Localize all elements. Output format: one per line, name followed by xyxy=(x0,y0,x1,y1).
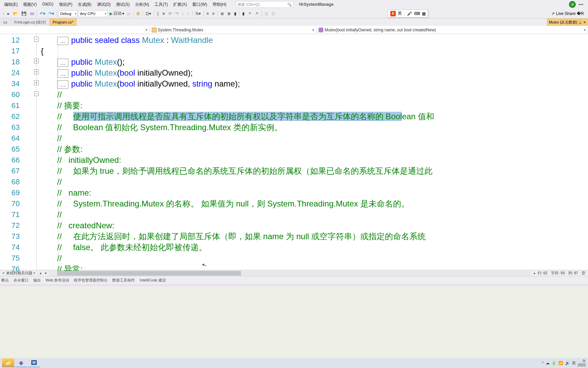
save-btn[interactable]: 💾 xyxy=(20,11,28,17)
code-editor[interactable]: 1217182434606162636465666768697071727374… xyxy=(0,34,588,270)
code-line[interactable]: // xyxy=(57,89,434,100)
menu-item[interactable]: 编辑(E) xyxy=(1,0,20,9)
redo-btn[interactable]: ↷▾ xyxy=(47,11,55,17)
step-btn[interactable]: ▷ xyxy=(126,11,132,17)
code-content[interactable]: ...public sealed class Mutex : WaitHandl… xyxy=(31,34,434,270)
metadata-tag[interactable]: Mutex [从元数据] 🔒 ✕ xyxy=(547,18,588,26)
code-line[interactable]: // name: xyxy=(57,187,434,198)
fold-toggle[interactable]: − xyxy=(34,91,39,96)
restart-icon[interactable]: ⟳ xyxy=(167,11,173,17)
step-out-icon[interactable]: ↑ xyxy=(186,11,191,17)
step-into-icon[interactable]: ↓ xyxy=(181,11,185,17)
menu-item[interactable]: 帮助(H) xyxy=(210,0,229,9)
tray-volume-icon[interactable]: 🔊 xyxy=(565,361,570,365)
code-line[interactable]: // 参数: xyxy=(57,144,434,155)
minimize-icon[interactable] xyxy=(578,4,583,5)
search-box[interactable]: 搜索 (Ctrl+Q) 🔍 xyxy=(236,1,294,8)
menu-item[interactable]: 项目(P) xyxy=(56,0,75,9)
code-line[interactable]: // xyxy=(57,253,434,264)
tray-lang[interactable]: 英 xyxy=(572,361,576,366)
menu-item[interactable]: 扩展(X) xyxy=(170,0,190,9)
new-btn[interactable]: ▸ xyxy=(6,11,11,17)
code-line[interactable]: // xyxy=(57,177,434,187)
visual-studio-app[interactable]: ◈ xyxy=(15,358,27,367)
indent-icon[interactable]: ≡ xyxy=(205,11,210,17)
saveall-btn[interactable]: 🗃 xyxy=(29,11,35,17)
code-line[interactable]: // 摘要: xyxy=(57,100,434,111)
code-line[interactable]: // initiallyOwned: xyxy=(57,155,434,166)
tb-icon-2[interactable]: ⊡▾ xyxy=(144,11,152,17)
ime-toolbar[interactable]: S 英 , 🎤 ⌨ ▦ xyxy=(388,10,428,17)
menu-item[interactable]: Git(G) xyxy=(39,0,56,9)
code-line[interactable]: ...public Mutex(bool initiallyOwned); xyxy=(57,67,434,78)
word-app[interactable]: W xyxy=(28,358,40,367)
config-dropdown[interactable]: Debug xyxy=(59,10,78,17)
code-line[interactable]: // Boolean 值初始化 System.Threading.Mutex 类… xyxy=(57,122,434,133)
menu-item[interactable]: 工具(T) xyxy=(152,0,170,9)
code-line[interactable]: // 使用可指示调用线程是否应具有互斥体的初始所有权以及字符串是否为互斥体的名称… xyxy=(57,111,434,122)
tb-icon-3[interactable]: ⅞▾ xyxy=(194,11,202,17)
live-share-button[interactable]: ↗ Live Share �R xyxy=(551,11,587,16)
code-line[interactable]: // xyxy=(57,209,434,220)
tb-icon-4[interactable]: ⚑ xyxy=(247,11,253,17)
back-btn[interactable]: ◦ xyxy=(1,11,5,17)
tool-tab[interactable]: 命令窗口 xyxy=(14,278,29,283)
fold-toggle[interactable]: + xyxy=(34,70,39,74)
uncomment-icon[interactable]: ≣ xyxy=(226,11,232,17)
file-explorer-app[interactable]: 📁 xyxy=(2,358,14,367)
comment-icon[interactable]: ≣ xyxy=(219,11,225,17)
pause-icon[interactable]: ∥ xyxy=(156,11,160,17)
stop-icon[interactable]: ■ xyxy=(161,11,166,17)
code-line[interactable]: { xyxy=(57,46,434,57)
start-button[interactable]: ▶启动 ▾ xyxy=(108,10,126,17)
step-over-icon[interactable]: ↷ xyxy=(174,11,180,17)
menu-item[interactable]: 视图(V) xyxy=(20,0,39,9)
code-line[interactable]: // xyxy=(57,133,434,144)
code-line[interactable]: // false。 此参数未经初始化即被传递。 xyxy=(57,242,434,253)
code-line[interactable]: // 在此方法返回时，如果创建了局部互斥体（即，如果 name 为 null 或… xyxy=(57,231,434,242)
outdent-icon[interactable]: ≡ xyxy=(211,11,216,17)
code-line[interactable]: ...public Mutex(); xyxy=(57,57,434,67)
menu-item[interactable]: 调试(D) xyxy=(94,0,114,9)
tb-icon-7[interactable]: ⊡ xyxy=(270,11,276,17)
fold-toggle[interactable]: + xyxy=(34,80,39,85)
nav-class[interactable]: System.Threading.Mutex xyxy=(150,27,316,33)
menu-item[interactable]: 分析(N) xyxy=(132,0,152,9)
fold-stub[interactable]: ... xyxy=(57,37,68,45)
tray-wifi-icon[interactable]: 📶 xyxy=(558,361,563,365)
tool-tab[interactable]: 程序包管理器控制台 xyxy=(74,278,108,283)
nav-scope[interactable] xyxy=(0,27,150,32)
fold-stub[interactable]: ... xyxy=(57,70,68,78)
menu-item[interactable]: 测试(S) xyxy=(113,0,132,9)
menu-item[interactable]: 窗口(W) xyxy=(190,0,210,9)
tb-icon-6[interactable]: ⊡ xyxy=(263,11,270,17)
platform-dropdown[interactable]: Any CPU xyxy=(78,10,108,17)
fold-toggle[interactable]: − xyxy=(34,37,39,42)
undo-btn[interactable]: ↶▾ xyxy=(38,11,47,17)
document-tab[interactable]: FrmLogin.cs [设计] xyxy=(11,18,49,26)
code-line[interactable]: // System.Threading.Mutex 的名称。 如果值为 null… xyxy=(57,198,434,209)
fold-toggle[interactable]: + xyxy=(34,59,39,63)
flag-icon[interactable]: ▮ xyxy=(241,11,246,17)
tray-onedrive-icon[interactable]: ☁ xyxy=(546,361,550,365)
system-tray[interactable]: ^ ☁ 🔋 📶 🔊 英 9: 2022 xyxy=(542,359,586,367)
hscroll-thumb[interactable] xyxy=(57,271,241,276)
tool-tab[interactable]: IntelliCode 建议 xyxy=(140,278,166,283)
ime-keyboard-icon[interactable]: ⌨ xyxy=(414,11,420,16)
fold-stub[interactable]: ... xyxy=(57,59,68,67)
bookmark-icon[interactable]: ▮ xyxy=(233,11,238,17)
feedback-icon[interactable]: �R xyxy=(577,11,584,16)
tb-icon-1[interactable]: ⊞ xyxy=(135,11,141,17)
close-icon[interactable]: ✕ xyxy=(583,20,586,24)
hscroll-track[interactable] xyxy=(50,271,531,276)
tool-tab[interactable]: 断点 xyxy=(1,278,9,283)
tb-icon-5[interactable]: ⚑ xyxy=(254,11,260,17)
tray-battery-icon[interactable]: 🔋 xyxy=(552,361,556,365)
code-line[interactable]: ...public sealed class Mutex : WaitHandl… xyxy=(57,35,434,46)
tool-tab[interactable]: 输出 xyxy=(33,278,41,283)
fold-stub[interactable]: ... xyxy=(57,80,68,89)
tool-tab[interactable]: 数据工具操作 xyxy=(112,278,135,283)
nav-member[interactable]: Mutex(bool initiallyOwned, string name, … xyxy=(316,27,588,33)
code-line[interactable]: ...public Mutex(bool initiallyOwned, str… xyxy=(57,78,434,89)
tool-tab[interactable]: Web 发布活动 xyxy=(46,278,69,283)
